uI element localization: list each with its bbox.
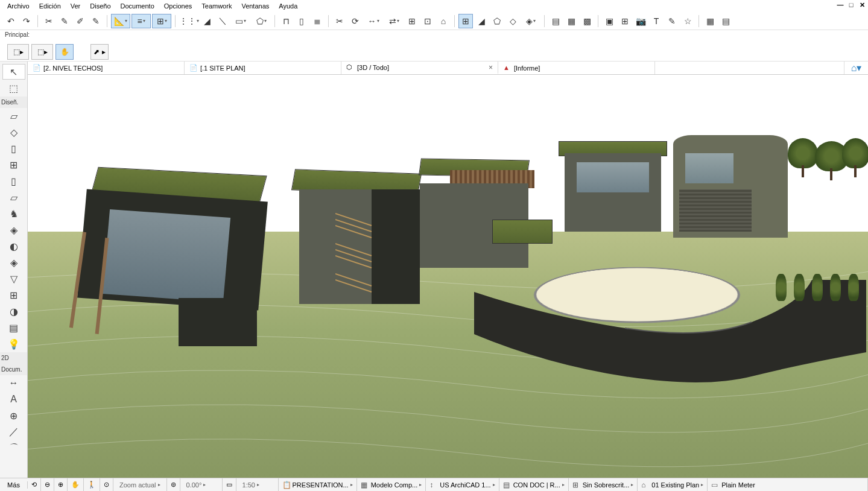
minimize-icon[interactable]: —	[837, 1, 844, 8]
line-tool-icon[interactable]: ／	[2, 424, 25, 440]
beam-tool-icon[interactable]: ≣	[310, 14, 325, 28]
line-icon[interactable]: ＼	[215, 14, 230, 28]
mirror-icon[interactable]: ⇄	[384, 14, 404, 28]
publish-icon[interactable]: ▤	[718, 14, 733, 28]
column-tool-icon[interactable]: ▯	[294, 14, 309, 28]
angle-field[interactable]: 0.00°▸	[180, 478, 223, 492]
zoom-out-icon[interactable]: ⊖	[41, 478, 54, 492]
menu-teamwork[interactable]: Teamwork	[197, 1, 236, 11]
marquee-tool-icon[interactable]: ⬚▸	[7, 44, 29, 60]
view-switch-icon[interactable]: ⌂▾	[844, 62, 868, 74]
grid-tool-icon[interactable]: ⊞	[152, 14, 171, 28]
arrow-tool-icon[interactable]: ⬈ ▸	[90, 44, 109, 60]
tab-informe[interactable]: ▲ [Informe]	[498, 62, 655, 74]
redo-icon[interactable]: ↷	[19, 14, 34, 28]
menu-ayuda[interactable]: Ayuda	[274, 1, 302, 11]
mesh-tool-icon[interactable]: ◑	[2, 303, 25, 319]
door-icon[interactable]: ▯	[2, 141, 25, 156]
more-label[interactable]: Más	[0, 481, 28, 489]
menu-documento[interactable]: Documento	[116, 1, 159, 11]
sb-archicad[interactable]: ↕US ArchiCAD 1...▸	[426, 478, 499, 492]
orbit-icon[interactable]: ⊚	[167, 478, 180, 492]
column-icon[interactable]: ▯	[2, 173, 25, 189]
mesh-icon[interactable]: ⊞	[618, 14, 632, 28]
zoom-in-icon[interactable]: ⊕	[54, 478, 68, 492]
menu-diseno[interactable]: Diseño	[85, 1, 115, 11]
tab-3d[interactable]: ⬡ [3D / Todo] ×	[341, 62, 498, 74]
dim-icon[interactable]: ↔	[2, 375, 25, 391]
sb-presentation[interactable]: 📋PRESENTATION...▸	[279, 478, 357, 492]
move-icon[interactable]: ↔	[364, 14, 383, 28]
lamp-icon[interactable]: 💡	[2, 336, 25, 352]
close-icon[interactable]: ✕	[858, 1, 866, 8]
fill-icon[interactable]: ⊕	[2, 408, 25, 423]
sb-existing[interactable]: ⌂01 Existing Plan▸	[638, 478, 708, 492]
menu-archivo[interactable]: Archivo	[2, 1, 34, 11]
menu-ver[interactable]: Ver	[66, 1, 86, 11]
camera-icon[interactable]: 📷	[633, 14, 648, 28]
zoom-label[interactable]: Zoom actual▸	[113, 478, 167, 492]
menu-ventanas[interactable]: Ventanas	[236, 1, 274, 11]
eyedropper-icon[interactable]: ✐	[73, 14, 87, 28]
tab-siteplan[interactable]: 📄 [.1 SITE PLAN]	[185, 62, 341, 74]
menu-edicion[interactable]: Edición	[34, 1, 66, 11]
shell-tool-icon[interactable]: ◐	[2, 238, 25, 254]
pointer-tool-icon[interactable]: ↖	[2, 64, 25, 80]
beam-icon[interactable]: ▱	[2, 189, 25, 205]
zoom-fit-icon[interactable]: ⊙	[100, 478, 113, 492]
rotate-icon[interactable]: ⟳	[348, 14, 363, 28]
rect-tool-icon[interactable]: ▭	[231, 14, 250, 28]
layout-icon[interactable]: ▦	[703, 14, 717, 28]
viewport-3d[interactable]	[28, 75, 868, 478]
menu-opciones[interactable]: Opciones	[159, 1, 197, 11]
walk-icon[interactable]: 🚶	[84, 478, 100, 492]
text-tool-icon[interactable]: T	[649, 14, 664, 28]
wall-tool-icon[interactable]: ⊓	[279, 14, 293, 28]
shell-icon[interactable]: ◇	[505, 14, 520, 28]
tab-close-icon[interactable]: ×	[489, 63, 493, 72]
sb-override[interactable]: ⊞Sin Sobrescrit...▸	[569, 478, 638, 492]
array-icon[interactable]: ⊞	[405, 14, 419, 28]
nav-back-icon[interactable]: ⟲	[28, 478, 41, 492]
pick-tool-icon[interactable]: ✋	[55, 44, 74, 60]
zone-icon[interactable]: ▣	[602, 14, 616, 28]
poly-tool-icon[interactable]: ⬠	[252, 14, 271, 28]
label-icon[interactable]: ✎	[665, 14, 679, 28]
snap-tool-icon[interactable]: ⋮⋮	[179, 14, 198, 28]
offset-icon[interactable]: ⊡	[420, 14, 435, 28]
maximize-icon[interactable]: □	[847, 1, 855, 8]
curtain-wall-icon[interactable]: ▽	[2, 271, 25, 287]
sb-modelo[interactable]: ▦Modelo Comp...▸	[357, 478, 426, 492]
pan-icon[interactable]: ✋	[68, 478, 84, 492]
sb-condoc[interactable]: ▤CON DOC | R...▸	[499, 478, 569, 492]
select-tool-icon[interactable]: ✂	[42, 14, 56, 28]
tab-techos[interactable]: 📄 [2. NIVEL TECHOS]	[28, 62, 185, 74]
text-icon[interactable]: A	[2, 391, 25, 407]
brush-icon[interactable]: ✎	[89, 14, 103, 28]
edit-plane-icon[interactable]: ⊞	[458, 14, 473, 28]
lasso-tool-icon[interactable]: ⬚▸	[31, 44, 53, 60]
undo-icon[interactable]: ↶	[4, 14, 18, 28]
object-icon[interactable]: ◈	[521, 14, 540, 28]
morph-tool-icon[interactable]: ◈	[2, 255, 25, 270]
grid-icon[interactable]: ⊞	[2, 287, 25, 303]
trim-icon[interactable]: ⌂	[436, 14, 451, 28]
detail-icon[interactable]: ▩	[580, 14, 594, 28]
chair-icon[interactable]: ♞	[2, 206, 25, 221]
surface-icon[interactable]: ◢	[474, 14, 489, 28]
window-icon[interactable]: ⊞	[2, 157, 25, 173]
elevation-icon[interactable]: ▦	[564, 14, 578, 28]
level-tool-icon[interactable]: ≡	[131, 14, 151, 28]
stair-icon[interactable]: ▤	[2, 320, 25, 335]
sb-meter[interactable]: ▭Plain Meter	[708, 478, 868, 492]
favorite-icon[interactable]: ☆	[680, 14, 695, 28]
roof-icon[interactable]: ◈	[2, 222, 25, 238]
slab-icon[interactable]: ◇	[2, 124, 25, 140]
arc-icon[interactable]: ⌒	[2, 440, 25, 456]
wall-icon[interactable]: ▱	[2, 108, 25, 124]
marquee-select-icon[interactable]: ⬚	[2, 80, 25, 96]
ruler-icon[interactable]: ◢	[200, 14, 214, 28]
cut-icon[interactable]: ✂	[332, 14, 347, 28]
section-icon[interactable]: ▤	[548, 14, 563, 28]
view-icon[interactable]: ▭	[223, 478, 236, 492]
